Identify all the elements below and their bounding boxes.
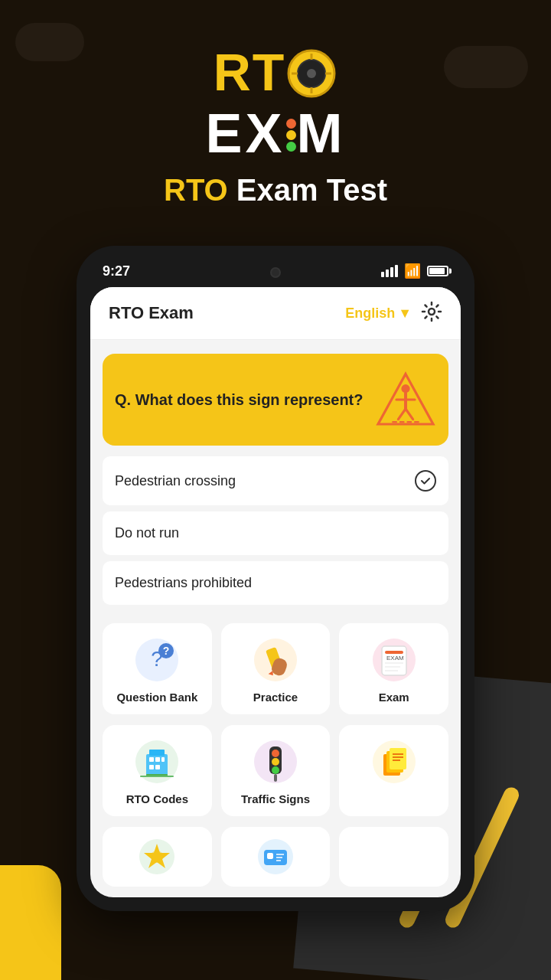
status-time: 9:27 bbox=[103, 263, 130, 279]
app-bar: RTO Exam English ▼ bbox=[90, 287, 461, 340]
rto-codes-icon bbox=[134, 739, 180, 785]
check-icon-1 bbox=[415, 470, 436, 492]
menu-grid-top: ? ? Question Bank bbox=[103, 623, 448, 714]
option-label-2: Do not run bbox=[115, 525, 179, 541]
option-label-3: Pedestrians prohibited bbox=[115, 575, 252, 591]
language-selector[interactable]: English ▼ bbox=[345, 305, 412, 322]
menu-exam-label: Exam bbox=[379, 691, 409, 704]
menu-grid-last-row bbox=[103, 827, 448, 887]
svg-rect-52 bbox=[390, 748, 406, 769]
signal-bar-2 bbox=[386, 270, 389, 277]
license-icon bbox=[256, 838, 295, 876]
svg-rect-35 bbox=[149, 750, 165, 756]
exam-icon: EXAM bbox=[371, 637, 417, 683]
menu-item-license[interactable] bbox=[221, 827, 331, 887]
wifi-icon: 📶 bbox=[404, 263, 421, 279]
svg-rect-61 bbox=[267, 853, 273, 859]
svg-point-46 bbox=[272, 758, 279, 766]
menu-practice-label: Practice bbox=[253, 691, 298, 704]
menu-third-item[interactable] bbox=[339, 725, 448, 816]
subtitle-rto: RTO bbox=[164, 173, 228, 207]
menu-grid-bottom: RTO Codes Traffic Signs bbox=[103, 725, 448, 816]
language-label: English bbox=[345, 305, 395, 322]
svg-rect-40 bbox=[155, 765, 160, 769]
option-pedestrian-crossing[interactable]: Pedestrian crossing bbox=[103, 456, 448, 505]
svg-rect-14 bbox=[392, 421, 396, 423]
logo-rto: RT EX M bbox=[0, 46, 551, 161]
svg-rect-42 bbox=[140, 776, 174, 777]
signal-bar-4 bbox=[395, 265, 398, 277]
language-arrow: ▼ bbox=[398, 305, 412, 322]
svg-rect-28 bbox=[385, 651, 403, 654]
menu-rto-codes-label: RTO Codes bbox=[126, 792, 188, 805]
svg-point-45 bbox=[272, 750, 279, 757]
menu-traffic-signs-label: Traffic Signs bbox=[241, 792, 310, 805]
signal-bar-1 bbox=[381, 272, 384, 277]
traffic-signs-icon bbox=[253, 739, 298, 785]
menu-item-extra[interactable] bbox=[339, 827, 448, 887]
question-text: Q. What does this sign represent? bbox=[115, 389, 366, 410]
third-item-icon bbox=[371, 739, 417, 785]
battery-fill bbox=[429, 268, 445, 274]
menu-question-bank[interactable]: ? ? Question Bank bbox=[103, 623, 212, 714]
logo-rto-text: RT bbox=[0, 46, 551, 106]
phone-frame: 9:27 📶 RTO Exam bbox=[77, 246, 474, 911]
svg-rect-48 bbox=[274, 774, 277, 782]
menu-practice[interactable]: Practice bbox=[221, 623, 331, 714]
option-do-not-run[interactable]: Do not run bbox=[103, 511, 448, 555]
option-pedestrians-prohibited[interactable]: Pedestrians prohibited bbox=[103, 561, 448, 605]
svg-rect-17 bbox=[414, 421, 419, 423]
signal-bars-icon bbox=[381, 265, 398, 277]
svg-rect-15 bbox=[399, 421, 404, 423]
options-container: Pedestrian crossing Do not run Pedestria… bbox=[103, 456, 448, 609]
question-bank-icon: ? ? bbox=[134, 637, 180, 683]
menu-item-rewards[interactable] bbox=[103, 827, 212, 887]
svg-point-47 bbox=[272, 766, 279, 774]
svg-text:?: ? bbox=[163, 645, 170, 657]
practice-icon bbox=[253, 637, 298, 683]
svg-text:EXAM: EXAM bbox=[386, 655, 404, 662]
app-subtitle: RTO Exam Test bbox=[0, 173, 551, 207]
svg-rect-39 bbox=[149, 765, 154, 769]
rewards-icon bbox=[138, 838, 176, 876]
svg-rect-38 bbox=[161, 757, 165, 762]
option-label-1: Pedestrian crossing bbox=[115, 473, 236, 489]
menu-traffic-signs[interactable]: Traffic Signs bbox=[221, 725, 331, 816]
signal-bar-3 bbox=[390, 267, 393, 277]
menu-question-bank-label: Question Bank bbox=[116, 691, 197, 704]
menu-rto-codes[interactable]: RTO Codes bbox=[103, 725, 212, 816]
traffic-sign-image bbox=[375, 369, 436, 430]
header: RT EX M RTO Exam Test bbox=[0, 0, 551, 230]
phone-mockup: 9:27 📶 RTO Exam bbox=[0, 246, 551, 911]
svg-rect-16 bbox=[407, 421, 412, 423]
question-card: Q. What does this sign represent? bbox=[103, 354, 448, 446]
svg-rect-37 bbox=[155, 757, 160, 762]
logo-exam-text: EX M bbox=[0, 106, 551, 161]
svg-rect-36 bbox=[149, 757, 154, 762]
menu-exam[interactable]: EXAM Exam bbox=[339, 623, 448, 714]
subtitle-rest: Exam Test bbox=[228, 173, 387, 207]
phone-screen: RTO Exam English ▼ Q. What d bbox=[90, 287, 461, 897]
phone-camera bbox=[270, 267, 281, 278]
app-bar-right: English ▼ bbox=[345, 301, 442, 325]
app-bar-title: RTO Exam bbox=[109, 303, 194, 323]
svg-point-2 bbox=[307, 69, 316, 78]
battery-icon bbox=[427, 266, 448, 276]
svg-point-58 bbox=[151, 851, 163, 863]
settings-button[interactable] bbox=[421, 301, 442, 325]
svg-point-7 bbox=[429, 309, 435, 315]
status-icons: 📶 bbox=[381, 263, 448, 279]
